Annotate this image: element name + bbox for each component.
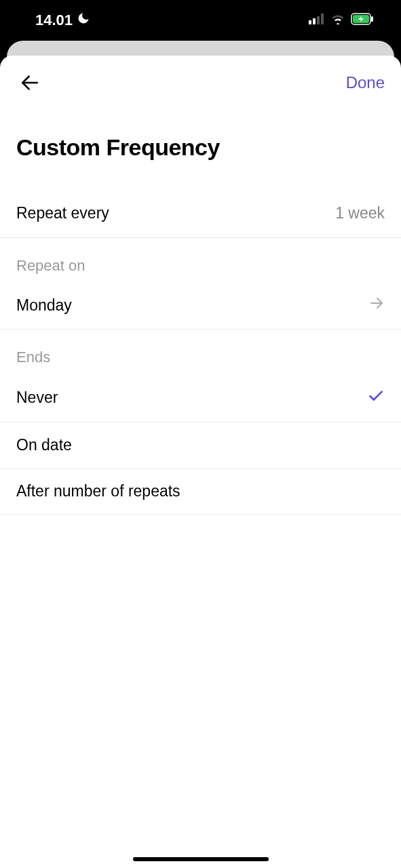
svg-rect-2 <box>317 16 320 24</box>
cellular-icon <box>309 14 325 27</box>
checkmark-icon <box>367 387 385 408</box>
ends-option-never[interactable]: Never <box>0 373 401 422</box>
svg-rect-0 <box>309 20 311 24</box>
repeat-on-row[interactable]: Monday <box>0 281 401 330</box>
svg-rect-5 <box>371 16 373 22</box>
ends-option-label: On date <box>16 436 72 454</box>
ends-section-label: Ends <box>0 330 401 373</box>
done-button[interactable]: Done <box>346 73 385 92</box>
repeat-on-section-label: Repeat on <box>0 238 401 281</box>
repeat-every-value: 1 week <box>335 204 385 222</box>
status-right <box>309 13 374 28</box>
moon-icon <box>77 12 90 29</box>
wifi-icon <box>330 14 345 27</box>
arrow-left-icon <box>19 72 41 94</box>
page-title: Custom Frequency <box>0 110 401 174</box>
nav-bar: Done <box>0 56 401 110</box>
repeat-every-label: Repeat every <box>16 204 109 222</box>
back-button[interactable] <box>16 69 43 96</box>
repeat-every-row[interactable]: Repeat every 1 week <box>0 189 401 237</box>
svg-rect-3 <box>321 14 324 24</box>
repeat-on-value: Monday <box>16 296 72 315</box>
sheet: Done Custom Frequency Repeat every 1 wee… <box>0 56 401 868</box>
status-bar: 14.01 <box>0 0 401 41</box>
home-indicator[interactable] <box>133 857 269 861</box>
ends-option-label: After number of repeats <box>16 482 180 500</box>
status-time: 14.01 <box>35 12 73 29</box>
status-left: 14.01 <box>35 12 90 29</box>
svg-rect-1 <box>313 18 316 24</box>
ends-option-label: Never <box>16 389 58 407</box>
battery-charging-icon <box>351 13 374 28</box>
ends-option-after-repeats[interactable]: After number of repeats <box>0 469 401 515</box>
arrow-right-icon <box>368 295 385 315</box>
ends-option-on-date[interactable]: On date <box>0 422 401 469</box>
